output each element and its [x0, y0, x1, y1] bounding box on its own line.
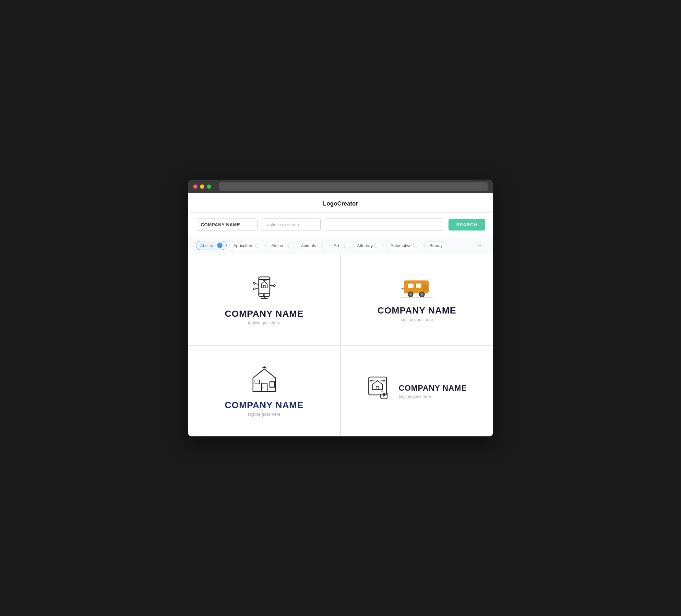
- svg-rect-30: [270, 381, 274, 388]
- close-button[interactable]: [193, 184, 198, 189]
- svg-point-23: [401, 288, 403, 289]
- filter-chip-art[interactable]: Art ✓: [329, 241, 350, 250]
- logo-card-3[interactable]: COMPANY NAME tagline goes here: [188, 345, 340, 436]
- address-bar[interactable]: [219, 182, 488, 190]
- logo-1-company-name: COMPANY NAME: [225, 309, 304, 319]
- app-header: LogoCreator: [188, 193, 493, 213]
- filter-label-animals: Animals: [301, 243, 316, 248]
- svg-marker-25: [253, 369, 276, 392]
- filter-chip-beauty[interactable]: Beauty: [425, 241, 447, 250]
- logo-1-tagline: tagline goes here: [248, 320, 280, 325]
- logo-2-tagline: tagline goes here: [401, 317, 433, 322]
- search-bar: SEARCH: [188, 213, 493, 237]
- check-icon-art: ✓: [341, 243, 346, 248]
- tagline-input[interactable]: [261, 219, 321, 231]
- svg-rect-5: [263, 285, 265, 288]
- browser-titlebar: [188, 180, 493, 193]
- filter-chip-animals[interactable]: Animals ✓: [297, 241, 327, 250]
- svg-line-10: [255, 288, 259, 289]
- logo-4-text-block: COMPANY NAME tagline goes here: [399, 384, 467, 399]
- logo-card-4[interactable]: COMPANY NAME tagline goes here: [341, 345, 493, 436]
- svg-marker-34: [372, 381, 383, 390]
- logo-icon-2: [401, 278, 433, 300]
- check-icon-animals: ✓: [318, 243, 323, 248]
- svg-rect-35: [376, 386, 379, 390]
- check-icon-agriculture: ✓: [255, 243, 260, 248]
- filter-chip-automotive[interactable]: Automotive ✓: [386, 241, 423, 250]
- search-button[interactable]: SEARCH: [449, 219, 485, 231]
- filter-label-abstract: Abstract: [200, 243, 216, 248]
- logo-3-company-name: COMPANY NAME: [225, 400, 304, 410]
- logo-grid: COMPANY NAME tagline goes here: [188, 254, 493, 436]
- svg-rect-29: [255, 380, 259, 384]
- check-icon-attorney: ✓: [374, 243, 379, 248]
- logo-card-1[interactable]: COMPANY NAME tagline goes here: [188, 254, 340, 345]
- svg-marker-4: [261, 281, 267, 288]
- svg-point-8: [273, 285, 275, 287]
- svg-rect-33: [369, 377, 386, 395]
- filter-label-agriculture: Agriculture: [233, 243, 254, 248]
- maximize-button[interactable]: [207, 184, 211, 189]
- filter-label-art: Art: [334, 243, 339, 248]
- logo-4-tagline: tagline goes here: [399, 394, 467, 399]
- svg-point-7: [253, 288, 255, 290]
- logo-2-company-name: COMPANY NAME: [377, 305, 456, 316]
- svg-point-28: [261, 387, 262, 388]
- filter-chip-airline[interactable]: Airline ✓: [267, 241, 294, 250]
- company-name-input[interactable]: [196, 219, 257, 231]
- check-icon-automotive: ✓: [413, 243, 418, 248]
- filter-label-attorney: Attorney: [357, 243, 373, 248]
- minimize-button[interactable]: [200, 184, 204, 189]
- check-icon-airline: ✓: [285, 243, 290, 248]
- filter-chip-attorney[interactable]: Attorney ✓: [353, 241, 384, 250]
- svg-line-11: [270, 285, 273, 286]
- logo-3-tagline: tagline goes here: [248, 412, 280, 417]
- logo-icon-1: [250, 274, 279, 304]
- keyword-input[interactable]: [324, 219, 445, 231]
- browser-window: LogoCreator SEARCH Abstract ✓ Agricultur…: [188, 180, 493, 436]
- filter-next-arrow[interactable]: →: [475, 241, 485, 250]
- app-container: LogoCreator SEARCH Abstract ✓ Agricultur…: [188, 193, 493, 436]
- svg-rect-15: [408, 283, 414, 288]
- filter-chip-agriculture[interactable]: Agriculture ✓: [229, 241, 264, 250]
- check-icon-abstract: ✓: [217, 243, 223, 248]
- filter-chip-abstract[interactable]: Abstract ✓: [196, 241, 227, 250]
- app-title: LogoCreator: [323, 200, 358, 207]
- filter-label-beauty: Beauty: [429, 243, 442, 248]
- svg-rect-17: [423, 285, 427, 290]
- filter-bar: Abstract ✓ Agriculture ✓ Airline ✓ Anima…: [188, 237, 493, 254]
- filter-label-airline: Airline: [272, 243, 283, 248]
- svg-point-38: [383, 380, 385, 381]
- svg-point-3: [263, 294, 265, 296]
- logo-icon-3: [250, 366, 279, 395]
- filter-label-automotive: Automotive: [390, 243, 411, 248]
- logo-card-2[interactable]: COMPANY NAME tagline goes here: [341, 254, 493, 345]
- svg-line-9: [255, 283, 259, 285]
- svg-point-19: [409, 293, 412, 296]
- svg-point-36: [370, 380, 372, 381]
- svg-point-6: [253, 282, 255, 284]
- svg-point-21: [421, 293, 423, 296]
- svg-rect-16: [416, 283, 422, 288]
- logo-icon-4: [367, 376, 393, 401]
- logo-4-company-name: COMPANY NAME: [399, 384, 467, 393]
